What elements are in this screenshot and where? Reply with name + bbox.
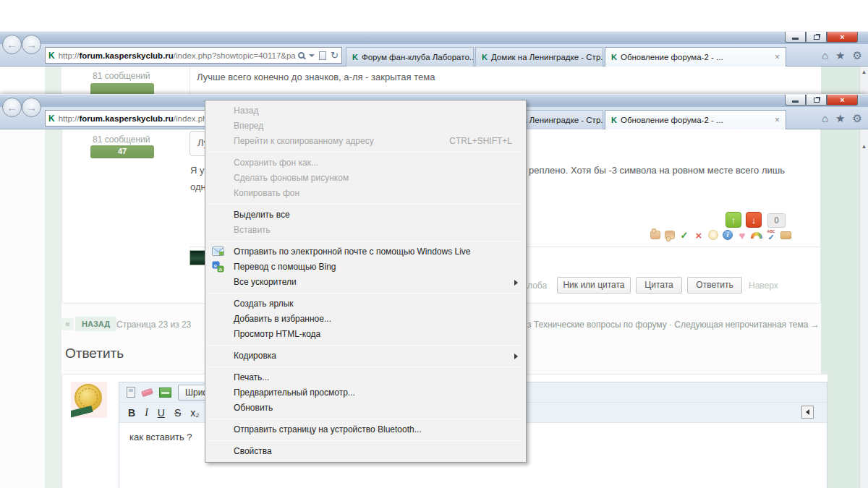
menu-separator [208, 440, 524, 441]
search-icon[interactable] [298, 52, 305, 59]
breadcrumb[interactable]: з Технические вопросы по форуму · Следую… [527, 320, 820, 330]
menu-item-save-background-as[interactable]: Сохранить фон как... [206, 155, 525, 171]
minimize-icon [792, 38, 799, 40]
screen: × ← → K http://forum.kasperskyclub.ru/in… [0, 0, 868, 488]
post-count-label: 81 сообщений [93, 71, 150, 81]
menu-item-select-all[interactable]: Выделить все [206, 207, 525, 223]
menu-item-back[interactable]: Назад [206, 103, 525, 119]
titlebar[interactable]: × [0, 31, 868, 44]
menu-item-label: Кодировка [234, 351, 276, 361]
back-page-button[interactable]: НАЗАД [75, 317, 116, 331]
tab-obnovlenie-foruma[interactable]: K Обновление форума-2 - ... × [605, 110, 786, 129]
menu-item-label: Все ускорители [234, 277, 297, 287]
back-button[interactable]: ← [2, 98, 22, 117]
menu-item-label: Печать... [234, 372, 269, 382]
spellcheck-icon[interactable]: ABC✓ [765, 229, 777, 241]
thumb-shape [650, 231, 660, 239]
to-top-link[interactable]: Наверх [749, 281, 778, 291]
restore-button[interactable] [806, 95, 827, 106]
menu-item-encoding[interactable]: Кодировка [206, 348, 525, 364]
report-link-fragment[interactable]: лоба [527, 281, 547, 291]
strikethrough-button[interactable]: S [174, 407, 181, 419]
close-button[interactable]: × [827, 32, 858, 43]
menu-separator [208, 152, 524, 153]
menu-item-translate-with-bing[interactable]: яa Перевод с помощью Bing [206, 260, 525, 275]
thumbs-up-icon[interactable] [650, 229, 661, 241]
underline-button[interactable]: U [158, 407, 165, 419]
compatibility-view-icon[interactable] [319, 51, 326, 60]
vote-counter: 0 [767, 213, 786, 228]
menu-item-email-windows-live[interactable]: Отправить по электронной почте с помощью… [206, 244, 525, 260]
menu-item-view-source[interactable]: Просмотр HTML-кода [206, 327, 525, 342]
check-icon[interactable]: ✓ [678, 229, 690, 241]
forward-button[interactable]: → [22, 98, 41, 117]
collapse-left-button[interactable] [801, 406, 814, 419]
heart-icon[interactable]: ♥ [736, 229, 748, 241]
tab-domik[interactable]: K Домик на Ленинградке - Стр... [475, 47, 603, 67]
tab-label: Обновление форума-2 - ... [621, 116, 723, 124]
home-icon[interactable]: ⌂ [822, 49, 828, 62]
box-icon[interactable] [780, 229, 791, 241]
menu-item-paste[interactable]: Вставить [206, 223, 525, 238]
refresh-icon[interactable]: ↻ [331, 51, 339, 60]
home-icon[interactable]: ⌂ [822, 112, 828, 125]
rainbow-icon[interactable] [751, 229, 762, 241]
minimize-button[interactable] [785, 32, 806, 43]
menu-item-properties[interactable]: Свойства [206, 444, 525, 459]
settings-gear-icon[interactable]: ⚙ [853, 112, 862, 125]
insert-image-icon[interactable] [159, 388, 171, 398]
tab-close-icon[interactable]: × [767, 115, 780, 125]
menu-item-print-preview[interactable]: Предварительный просмотр... [206, 385, 525, 401]
address-bar[interactable]: K http://forum.kasperskyclub.ru/index.ph… [45, 47, 342, 64]
menu-item-refresh[interactable]: Обновить [206, 401, 525, 416]
tab-obnovlenie-foruma[interactable]: K Обновление форума-2 - ... × [605, 47, 786, 67]
scrollbar[interactable]: ▴ [859, 67, 868, 94]
remove-format-icon[interactable] [127, 387, 135, 398]
cross-icon[interactable]: × [693, 229, 705, 241]
menu-item-set-as-wallpaper[interactable]: Сделать фоновым рисунком [206, 171, 525, 186]
menu-item-send-page-bluetooth[interactable]: Отправить страницу на устройство Bluetoo… [206, 422, 525, 437]
restore-button[interactable] [806, 32, 827, 43]
italic-button[interactable]: I [145, 407, 148, 419]
forward-button[interactable]: → [22, 35, 41, 54]
close-button[interactable]: × [827, 95, 858, 106]
back-button[interactable]: ← [2, 35, 22, 54]
menu-item-copy-background[interactable]: Копировать фон [206, 186, 525, 201]
vote-up-button[interactable]: ↑ [726, 212, 741, 228]
menu-item-label: Сделать фоновым рисунком [234, 173, 349, 183]
eraser-icon[interactable] [141, 388, 153, 396]
subscript-button[interactable]: x₂ [190, 407, 199, 419]
tab-forum-fan-club[interactable]: K Форум фан-клуба Лаборато... [346, 47, 474, 67]
neutral-face-icon[interactable] [707, 229, 719, 241]
menu-item-goto-copied-address[interactable]: Перейти к скопированному адресуCTRL+SHIF… [206, 134, 525, 149]
favorites-icon[interactable]: ★ [835, 112, 845, 125]
vote-down-button[interactable]: ↓ [746, 212, 762, 228]
scrollbar[interactable]: ▴ [859, 129, 868, 488]
bold-button[interactable]: B [128, 407, 135, 419]
reply-button[interactable]: Ответить [687, 277, 742, 294]
menu-item-forward[interactable]: Вперед [206, 119, 525, 134]
nick-or-quote-button[interactable]: Ник или цитата [557, 277, 631, 294]
menu-item-label: Перевод с помощью Bing [234, 262, 336, 272]
avatar[interactable] [71, 382, 107, 418]
quote-button[interactable]: Цитата [636, 277, 682, 294]
scroll-up-icon[interactable]: ▴ [860, 141, 868, 151]
scroll-up-icon[interactable]: ▴ [860, 67, 868, 77]
menu-item-add-to-favorites[interactable]: Добавить в избранное... [206, 312, 525, 327]
thumbs-down-icon[interactable] [664, 229, 676, 241]
reaction-icons-row: ✓ × i ♥ ABC✓ [650, 229, 791, 241]
chevron-down-icon[interactable] [309, 54, 315, 57]
settings-gear-icon[interactable]: ⚙ [853, 49, 862, 62]
first-page-button[interactable]: « [61, 318, 74, 330]
info-icon[interactable]: i [722, 229, 733, 241]
menu-separator [208, 419, 524, 419]
menu-item-print[interactable]: Печать... [206, 370, 525, 385]
tab-close-icon[interactable]: × [767, 52, 780, 62]
back-icon: ← [7, 38, 17, 51]
tab-favicon: K [611, 53, 617, 61]
menu-separator [208, 293, 524, 294]
menu-item-all-accelerators[interactable]: Все ускорители [206, 275, 525, 290]
menu-item-create-shortcut[interactable]: Создать ярлык [206, 296, 525, 312]
minimize-button[interactable] [785, 95, 806, 106]
favorites-icon[interactable]: ★ [835, 49, 845, 62]
